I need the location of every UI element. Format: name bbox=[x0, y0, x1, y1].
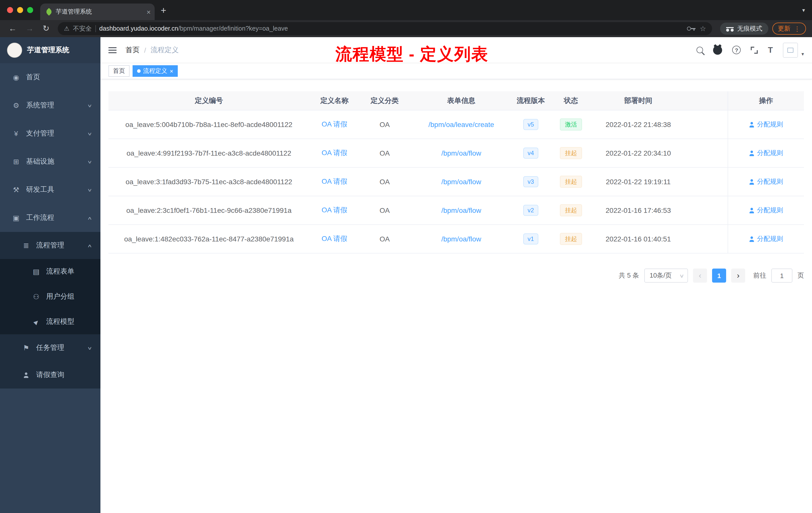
assign-rule-link[interactable]: 分配规则 bbox=[749, 177, 783, 186]
window-minimize-button[interactable] bbox=[17, 7, 23, 13]
active-dot-icon bbox=[137, 69, 141, 73]
page-size-select[interactable]: 10条/页 ∨ bbox=[644, 269, 688, 282]
fullscreen-icon[interactable] bbox=[751, 47, 758, 54]
assign-rule-link[interactable]: 分配规则 bbox=[749, 206, 783, 215]
assign-rule-label: 分配规则 bbox=[757, 120, 783, 129]
form-link[interactable]: /bpm/oa/leave/create bbox=[428, 120, 494, 128]
bookmark-star-icon[interactable]: ☆ bbox=[700, 25, 706, 33]
cell-version: v2 bbox=[513, 196, 549, 224]
divider bbox=[95, 25, 96, 32]
font-size-icon[interactable]: T bbox=[768, 46, 773, 55]
not-secure-label[interactable]: 不安全 bbox=[73, 24, 92, 33]
sidebar-item-payment[interactable]: ¥ 支付管理 ∨ bbox=[0, 119, 100, 148]
grid-icon: ⊞ bbox=[11, 158, 21, 165]
tag-current-label: 流程定义 bbox=[143, 67, 167, 75]
chevron-down-icon: ∨ bbox=[87, 103, 92, 108]
next-page-button[interactable]: › bbox=[731, 269, 745, 282]
cell-form-info: /bpm/oa/flow bbox=[410, 225, 513, 253]
url-path: /bpm/manager/definition?key=oa_leave bbox=[178, 25, 288, 32]
update-button[interactable]: 更新 ⋮ bbox=[772, 23, 806, 35]
sidebar-item-infrastructure[interactable]: ⊞ 基础设施 ∨ bbox=[0, 148, 100, 176]
cell-spacer bbox=[684, 196, 728, 224]
search-icon[interactable] bbox=[696, 47, 703, 53]
tab-close-icon[interactable]: × bbox=[147, 8, 151, 15]
definition-name-link[interactable]: OA 请假 bbox=[322, 149, 348, 158]
pagination-total: 共 5 条 bbox=[619, 271, 639, 280]
sidebar-item-system[interactable]: ⚙ 系统管理 ∨ bbox=[0, 91, 100, 119]
browser-tab[interactable]: 芋道管理系统 × bbox=[40, 3, 155, 20]
sidebar-item-label: 流程管理 bbox=[36, 241, 64, 250]
prev-page-button[interactable]: ‹ bbox=[693, 269, 707, 282]
password-key-icon[interactable] bbox=[687, 27, 691, 31]
column-header-spacer bbox=[684, 91, 728, 110]
sidebar-item-user-group[interactable]: ⚇ 用户分组 bbox=[0, 284, 100, 309]
breadcrumb-home[interactable]: 首页 bbox=[125, 46, 140, 55]
sidebar-item-label: 研发工具 bbox=[26, 185, 54, 194]
sidebar-item-label: 系统管理 bbox=[26, 101, 54, 110]
sidebar-item-process-model[interactable]: ▶ 流程模型 bbox=[0, 309, 100, 334]
sidebar-logo[interactable]: 芋道管理系统 bbox=[0, 37, 100, 63]
form-link[interactable]: /bpm/oa/flow bbox=[441, 149, 481, 157]
breadcrumb-separator: / bbox=[144, 46, 146, 54]
sidebar-item-devtools[interactable]: ⚒ 研发工具 ∨ bbox=[0, 176, 100, 204]
logo-title: 芋道管理系统 bbox=[27, 46, 69, 55]
user-icon bbox=[749, 150, 754, 156]
window-close-button[interactable] bbox=[7, 7, 13, 13]
new-tab-button[interactable]: + bbox=[161, 5, 166, 15]
cell-category: OA bbox=[359, 139, 410, 167]
sidebar-item-home[interactable]: ◉ 首页 bbox=[0, 63, 100, 91]
form-link[interactable]: /bpm/oa/flow bbox=[441, 178, 481, 186]
back-button[interactable]: ← bbox=[8, 25, 17, 33]
assign-rule-link[interactable]: 分配规则 bbox=[749, 149, 783, 158]
tag-current[interactable]: 流程定义 × bbox=[133, 65, 178, 77]
reload-button[interactable]: ↻ bbox=[43, 25, 50, 33]
sidebar-item-task-management[interactable]: ⚑ 任务管理 ∨ bbox=[0, 334, 100, 361]
assign-rule-label: 分配规则 bbox=[757, 149, 783, 158]
tags-view: 首页 流程定义 × bbox=[100, 63, 812, 79]
sidebar-item-process-management[interactable]: ≣ 流程管理 ∧ bbox=[0, 232, 100, 259]
avatar-caret-icon[interactable]: ▾ bbox=[802, 51, 804, 57]
cell-definition-id: oa_leave:4:991f2193-7b7f-11ec-a3c8-acde4… bbox=[109, 139, 309, 167]
goto-label: 前往 bbox=[753, 271, 766, 280]
tag-home[interactable]: 首页 bbox=[109, 65, 129, 77]
cell-definition-name: OA 请假 bbox=[309, 139, 359, 167]
cell-definition-name: OA 请假 bbox=[309, 225, 359, 253]
tag-close-icon[interactable]: × bbox=[170, 68, 173, 74]
current-page-button[interactable]: 1 bbox=[712, 269, 726, 282]
status-badge: 挂起 bbox=[560, 233, 582, 245]
cell-status: 挂起 bbox=[549, 196, 593, 224]
sidebar-item-workflow[interactable]: ▣ 工作流程 ∧ bbox=[0, 204, 100, 232]
definition-name-link[interactable]: OA 请假 bbox=[322, 234, 348, 243]
forward-button[interactable]: → bbox=[26, 25, 34, 33]
workflow-submenu: ≣ 流程管理 ∧ ▤ 流程表单 ⚇ 用户分组 ▶ 流程模型 ⚑ bbox=[0, 232, 100, 389]
window-controls bbox=[0, 7, 40, 13]
user-avatar[interactable] bbox=[783, 42, 798, 58]
github-icon[interactable] bbox=[713, 46, 722, 55]
sidebar-item-process-form[interactable]: ▤ 流程表单 bbox=[0, 259, 100, 284]
form-link[interactable]: /bpm/oa/flow bbox=[441, 206, 481, 214]
content: 定义编号 定义名称 定义分类 表单信息 流程版本 状态 部署时间 操作 oa_l… bbox=[100, 79, 812, 513]
sidebar-item-label: 支付管理 bbox=[26, 129, 54, 138]
breadcrumb: 首页 / 流程定义 bbox=[125, 46, 179, 55]
document-icon: ▤ bbox=[31, 268, 41, 276]
cell-category: OA bbox=[359, 196, 410, 224]
tab-search-chevron-icon[interactable]: ▾ bbox=[802, 7, 805, 13]
goto-page-input[interactable] bbox=[771, 269, 792, 282]
definition-name-link[interactable]: OA 请假 bbox=[322, 120, 348, 129]
assign-rule-link[interactable]: 分配规则 bbox=[749, 234, 783, 243]
assign-rule-link[interactable]: 分配规则 bbox=[749, 120, 783, 129]
cell-definition-name: OA 请假 bbox=[309, 196, 359, 224]
definition-name-link[interactable]: OA 请假 bbox=[322, 177, 348, 186]
form-link[interactable]: /bpm/oa/flow bbox=[441, 235, 481, 243]
window-zoom-button[interactable] bbox=[27, 7, 33, 13]
definition-name-link[interactable]: OA 请假 bbox=[322, 206, 348, 215]
browser-menu-icon[interactable]: ⋮ bbox=[794, 25, 801, 32]
hamburger-menu-icon[interactable] bbox=[109, 47, 117, 54]
user-icon bbox=[749, 236, 754, 242]
address-bar[interactable]: ⚠ 不安全 dashboard.yudao.iocoder.cn/bpm/man… bbox=[58, 22, 712, 35]
help-icon[interactable]: ? bbox=[732, 46, 741, 54]
cell-category: OA bbox=[359, 225, 410, 253]
sidebar-item-leave-query[interactable]: 请假查询 bbox=[0, 361, 100, 389]
incognito-badge: 无痕模式 bbox=[720, 23, 768, 35]
cell-action: 分配规则 bbox=[728, 168, 804, 196]
